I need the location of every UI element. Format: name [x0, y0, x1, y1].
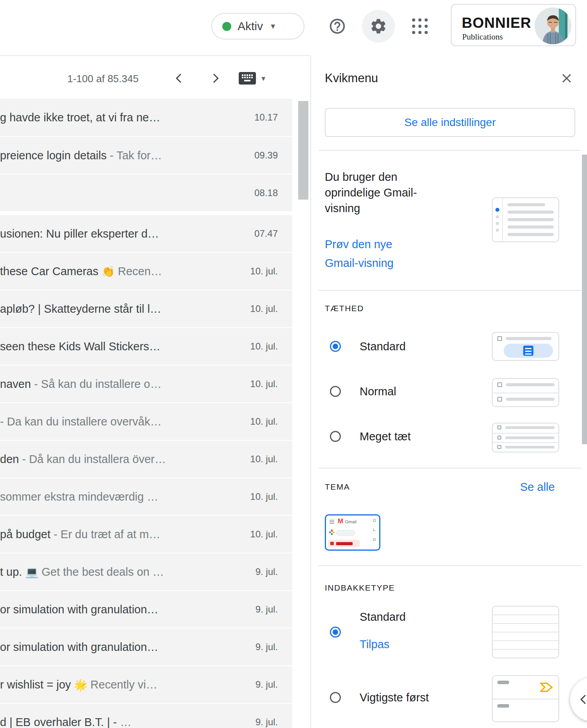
email-subject-segment: r wishlist = joy [0, 678, 74, 691]
email-time: 07.47 [254, 228, 278, 239]
email-subject-segment: - Då kan du installera över… [19, 453, 166, 465]
email-subject: - Da kan du installere overvåk… [0, 415, 162, 428]
email-subject-segment: seen these Kids Wall Stickers… [0, 340, 160, 353]
try-new-view-line: Prøv den nye [325, 235, 394, 254]
panel-scrollbar[interactable] [582, 155, 587, 444]
close-icon [560, 72, 573, 85]
email-row[interactable]: på budget - Er du træt af at m… 10. jul. [0, 515, 292, 553]
try-new-view-link[interactable]: Prøv den nye Gmail-visning [325, 235, 394, 272]
email-time: 9. jul. [256, 642, 278, 652]
email-subject-segment: 💻 [25, 566, 39, 578]
email-subject: d | EB overhaler B.T. | - … [0, 716, 131, 728]
density-normal-thumbnail[interactable] [492, 378, 559, 407]
email-list: g havde ikke troet, at vi fra ne… 10.17 … [0, 99, 292, 728]
chevron-down-icon: ▾ [271, 21, 275, 31]
compose-pill [336, 530, 355, 536]
close-panel-button[interactable] [557, 69, 576, 88]
see-all-settings-button[interactable]: Se alle indstillinger [325, 108, 575, 137]
email-row[interactable]: apløb? | Skatteyderne står til l… 10. ju… [0, 290, 292, 327]
density-compact-radio[interactable] [330, 431, 341, 442]
original-view-illustration [492, 197, 559, 242]
inbox-standard-radio[interactable] [330, 627, 341, 638]
email-subject-segment: på budget [0, 528, 50, 541]
email-row[interactable]: - Da kan du installere overvåk… 10. jul. [0, 402, 292, 440]
apps-grid-button[interactable] [410, 16, 430, 36]
chevron-left-icon [173, 72, 185, 85]
header-divider [0, 55, 310, 56]
density-standard-thumbnail[interactable] [492, 332, 559, 361]
inbox-type-header: INDBAKKETYPE [325, 583, 395, 593]
email-time: 10. jul. [250, 529, 278, 540]
email-row[interactable]: t up. 💻 Get the best deals on … 9. jul. [0, 553, 292, 590]
email-row[interactable]: g havde ikke troet, at vi fra ne… 10.17 [0, 99, 292, 136]
email-row[interactable]: these Car Cameras 👏 Recen… 10. jul. [0, 252, 292, 290]
email-time: 10. jul. [250, 266, 278, 277]
email-time: 10. jul. [250, 341, 278, 352]
collapse-panel-button[interactable] [570, 678, 587, 721]
email-row[interactable]: seen these Kids Wall Stickers… 10. jul. [0, 327, 292, 365]
inbox-important-first-thumbnail[interactable] [492, 675, 559, 722]
email-row[interactable]: or simulation with granulation… 9. jul. [0, 590, 292, 628]
email-subject: seen these Kids Wall Stickers… [0, 340, 160, 353]
sender-pill [497, 704, 509, 708]
view-notice: Du bruger den oprindelige Gmail- visning [325, 169, 417, 216]
panel-divider [310, 56, 311, 728]
email-row[interactable]: or simulation with granulation… 9. jul. [0, 628, 292, 665]
email-row[interactable]: r wishlist = joy 🌟 Recently vi… 9. jul. [0, 665, 292, 703]
density-compact-thumbnail[interactable] [492, 423, 559, 452]
inbox-standard-thumbnail[interactable] [492, 606, 559, 658]
email-row[interactable]: preience login details - Tak for… 09.39 [0, 136, 292, 174]
inbox-important-first-radio[interactable] [330, 692, 341, 703]
email-row[interactable]: d | EB overhaler B.T. | - … 9. jul. [0, 703, 292, 728]
email-subject: these Car Cameras 👏 Recen… [0, 265, 162, 278]
density-header: TÆTHED [325, 304, 364, 313]
email-subject-segment: apløb? | Skatteyderne står til l… [0, 303, 161, 315]
panel-title: Kvikmenu [325, 71, 378, 85]
email-subject-segment: - Er du træt af at m… [50, 528, 160, 541]
importance-marker-icon [540, 682, 553, 692]
email-subject: or simulation with granulation… [0, 603, 158, 616]
density-standard-radio[interactable] [330, 341, 341, 352]
status-dropdown[interactable]: Aktiv ▾ [211, 13, 304, 40]
gear-icon [369, 17, 387, 35]
avatar[interactable] [535, 7, 571, 44]
email-list-scrollbar[interactable] [298, 101, 308, 200]
email-subject: r wishlist = joy 🌟 Recently vi… [0, 678, 157, 691]
email-row[interactable]: sommer ekstra mindeværdig … 10. jul. [0, 478, 292, 515]
chevron-down-icon: ▾ [261, 74, 265, 83]
email-subject: or simulation with granulation… [0, 641, 158, 654]
see-all-settings-label: Se alle indstillinger [404, 116, 495, 129]
older-page-button[interactable] [207, 70, 224, 87]
email-row[interactable]: usionen: Nu piller eksperter d… 07.47 [0, 214, 292, 252]
theme-header: TEMA [325, 482, 350, 492]
help-button[interactable] [326, 14, 349, 38]
list-mark [373, 538, 376, 541]
search-icon [373, 519, 376, 522]
email-time: 9. jul. [256, 604, 278, 615]
list-mark [373, 528, 376, 531]
account-brand-card[interactable]: BONNIER Publications [451, 4, 576, 46]
email-row[interactable]: den - Då kan du installera över… 10. jul… [0, 440, 292, 478]
inbox-important-first-label: Vigtigste først [360, 691, 429, 704]
settings-button[interactable] [362, 10, 395, 43]
inbox-customize-link[interactable]: Tilpas [360, 638, 389, 651]
chevron-right-icon [209, 72, 221, 85]
density-normal-label: Normal [360, 385, 396, 398]
sender-pill [497, 681, 509, 684]
email-row[interactable]: 08.18 [0, 174, 292, 211]
email-subject-segment: or simulation with granulation… [0, 603, 158, 616]
brand-sublabel: Publications [462, 32, 503, 42]
newer-page-button[interactable] [171, 70, 188, 87]
status-active-dot [222, 22, 231, 31]
email-subject: g havde ikke troet, at vi fra ne… [0, 111, 160, 124]
email-subject-segment: Recently vi… [87, 678, 157, 691]
email-time: 10.17 [254, 112, 278, 123]
theme-see-all-link[interactable]: Se alle [520, 481, 555, 494]
input-tools-button[interactable]: ▾ [238, 71, 265, 85]
density-normal-radio[interactable] [330, 386, 341, 397]
email-time: 09.39 [254, 150, 278, 161]
email-row[interactable]: naven - Så kan du installere o… 10. jul. [0, 365, 292, 402]
theme-thumbnail-selected[interactable]: M Gmail [325, 514, 380, 551]
keyboard-icon [238, 71, 257, 85]
try-new-view-line: Gmail-visning [325, 254, 394, 272]
